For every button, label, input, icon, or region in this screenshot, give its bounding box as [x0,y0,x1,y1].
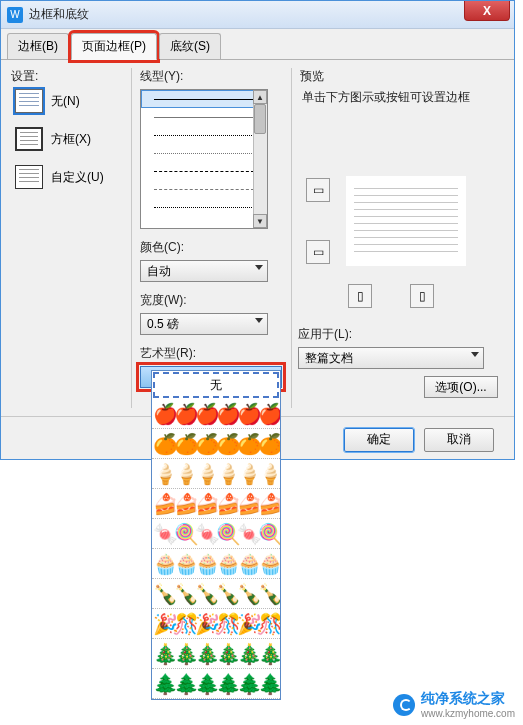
color-dropdown[interactable]: 自动 [140,260,268,282]
chevron-down-icon [255,318,263,323]
tab-borders[interactable]: 边框(B) [7,33,69,59]
art-option-icecream[interactable]: 🍦🍦🍦🍦🍦🍦 [152,459,280,489]
ok-button[interactable]: 确定 [344,428,414,452]
titlebar[interactable]: W 边框和底纹 X [1,1,514,29]
art-option-champagne[interactable]: 🍾🍾🍾🍾🍾🍾 [152,579,280,609]
close-icon: X [483,4,491,18]
watermark-title: 纯净系统之家 [421,690,515,708]
setting-box-label: 方框(X) [51,131,91,148]
tab-page-border[interactable]: 页面边框(P) [71,33,157,60]
setting-none[interactable]: 无(N) [15,89,121,113]
close-button[interactable]: X [464,1,510,21]
preview-bottom-button[interactable]: ▭ [306,240,330,264]
linestyle-label: 线型(Y): [140,68,281,85]
scroll-thumb[interactable] [254,104,266,134]
width-dropdown[interactable]: 0.5 磅 [140,313,268,335]
color-value: 自动 [147,263,171,280]
setting-none-label: 无(N) [51,93,80,110]
preview-page [346,176,466,266]
scroll-up-icon[interactable]: ▲ [253,90,267,104]
art-label: 艺术型(R): [140,345,281,362]
setting-box-icon [15,127,43,151]
setting-custom-label: 自定义(U) [51,169,104,186]
watermark-icon [393,694,415,716]
tab-strip: 边框(B) 页面边框(P) 底纹(S) [1,29,514,60]
border-left-icon: ▯ [357,289,364,303]
setting-custom[interactable]: 自定义(U) [15,165,121,189]
cancel-button[interactable]: 取消 [424,428,494,452]
preview-label: 预览 [300,68,504,85]
window-title: 边框和底纹 [29,6,89,23]
apply-to-value: 整篇文档 [305,350,353,367]
width-value: 0.5 磅 [147,316,179,333]
apply-to-group: 应用于(L): 整篇文档 [298,326,488,369]
art-option-none[interactable]: 无 [153,372,279,398]
watermark: 纯净系统之家 www.kzmyhome.com [393,690,515,719]
art-option-xmastree[interactable]: 🎄🎄🎄🎄🎄🎄 [152,639,280,669]
chevron-down-icon [471,352,479,357]
preview-top-button[interactable]: ▭ [306,178,330,202]
art-option-candy[interactable]: 🍬🍭🍬🍭🍬🍭 [152,519,280,549]
art-option-cupcake[interactable]: 🧁🧁🧁🧁🧁🧁 [152,549,280,579]
options-button[interactable]: 选项(O)... [424,376,498,398]
apply-to-dropdown[interactable]: 整篇文档 [298,347,484,369]
watermark-url: www.kzmyhome.com [421,708,515,719]
preview-hint: 单击下方图示或按钮可设置边框 [302,89,504,106]
setting-none-icon [15,89,43,113]
app-icon: W [7,7,23,23]
preview-column: 预览 单击下方图示或按钮可设置边框 ▭ ▭ ▯ ▯ 应用于(L): 整篇文档 选… [291,68,504,408]
linestyle-list[interactable]: ▲ ▼ [140,89,268,229]
settings-label: 设置: [11,68,121,85]
chevron-down-icon [255,265,263,270]
art-dropdown-list[interactable]: 无 🍎🍎🍎🍎🍎🍎 🍊🍊🍊🍊🍊🍊 🍦🍦🍦🍦🍦🍦 🍰🍰🍰🍰🍰🍰 🍬🍭🍬🍭🍬🍭 🧁🧁🧁… [151,370,281,700]
art-option-cake[interactable]: 🍰🍰🍰🍰🍰🍰 [152,489,280,519]
border-right-icon: ▯ [419,289,426,303]
scroll-down-icon[interactable]: ▼ [253,214,267,228]
setting-custom-icon [15,165,43,189]
art-option-party[interactable]: 🎉🎊🎉🎊🎉🎊 [152,609,280,639]
dialog-body: 设置: 无(N) 方框(X) 自定义(U) 线型(Y): [1,60,514,416]
border-bottom-icon: ▭ [313,245,324,259]
art-option-pinetree[interactable]: 🌲🌲🌲🌲🌲🌲 [152,669,280,699]
color-label: 颜色(C): [140,239,281,256]
art-option-apples[interactable]: 🍎🍎🍎🍎🍎🍎 [152,399,280,429]
width-label: 宽度(W): [140,292,281,309]
art-option-oranges[interactable]: 🍊🍊🍊🍊🍊🍊 [152,429,280,459]
settings-column: 设置: 无(N) 方框(X) 自定义(U) [11,68,121,408]
style-column: 线型(Y): ▲ ▼ 颜色(C): 自动 [131,68,281,408]
preview-left-button[interactable]: ▯ [348,284,372,308]
apply-to-label: 应用于(L): [298,326,488,343]
preview-right-button[interactable]: ▯ [410,284,434,308]
border-top-icon: ▭ [313,183,324,197]
setting-box[interactable]: 方框(X) [15,127,121,151]
linestyle-scrollbar[interactable]: ▲ ▼ [253,90,267,228]
tab-shading[interactable]: 底纹(S) [159,33,221,59]
